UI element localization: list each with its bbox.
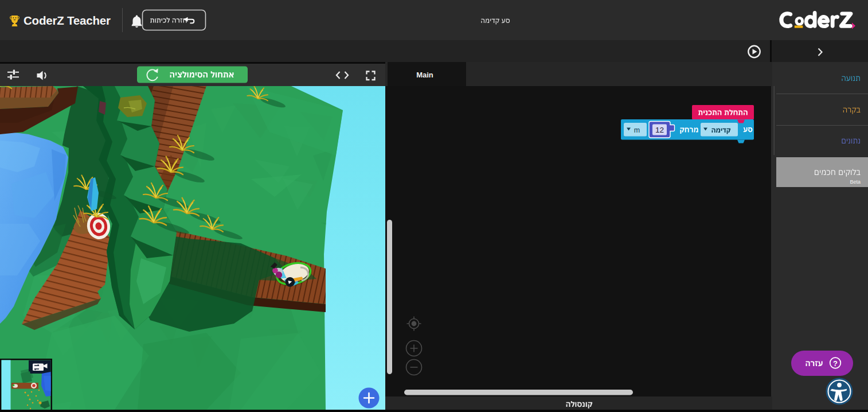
svg-text:Beta: Beta	[850, 179, 861, 185]
svg-text:m: m	[634, 126, 640, 134]
svg-text:CoderZ Teacher: CoderZ Teacher	[24, 14, 111, 27]
svg-text:?: ?	[833, 359, 838, 368]
svg-text:12: 12	[655, 126, 664, 134]
svg-text:Main: Main	[416, 71, 433, 79]
